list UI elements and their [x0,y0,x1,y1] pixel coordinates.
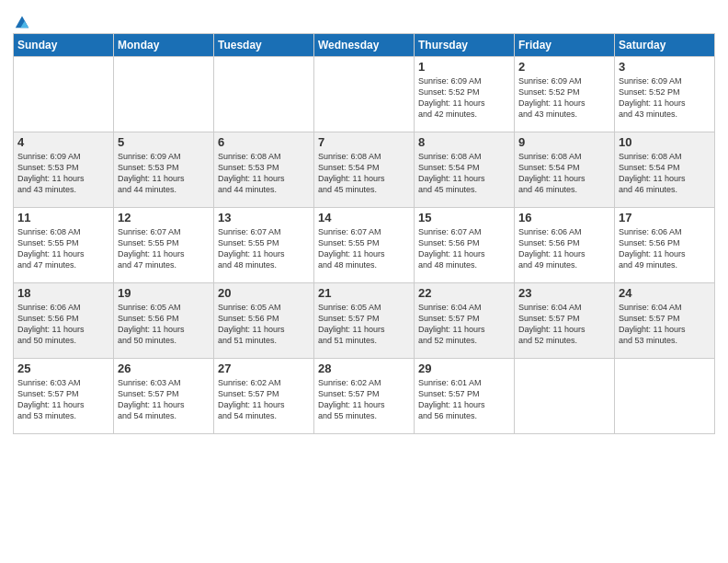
day-info: Sunrise: 6:04 AM Sunset: 5:57 PM Dayligh… [518,302,610,347]
day-info: Sunrise: 6:09 AM Sunset: 5:52 PM Dayligh… [418,75,510,121]
day-info: Sunrise: 6:06 AM Sunset: 5:56 PM Dayligh… [17,302,109,347]
day-info: Sunrise: 6:08 AM Sunset: 5:54 PM Dayligh… [318,151,410,196]
calendar-cell [214,57,314,132]
day-number: 21 [318,286,410,300]
day-info: Sunrise: 6:09 AM Sunset: 5:53 PM Dayligh… [118,151,210,196]
day-info: Sunrise: 6:08 AM Sunset: 5:55 PM Dayligh… [17,226,109,271]
day-info: Sunrise: 6:04 AM Sunset: 5:57 PM Dayligh… [619,302,711,347]
day-number: 1 [418,60,510,74]
day-number: 7 [318,135,410,149]
day-info: Sunrise: 6:05 AM Sunset: 5:57 PM Dayligh… [318,302,410,347]
calendar-cell: 9Sunrise: 6:08 AM Sunset: 5:54 PM Daylig… [515,132,615,208]
day-info: Sunrise: 6:06 AM Sunset: 5:56 PM Dayligh… [518,226,610,271]
day-number: 22 [418,286,510,300]
calendar-cell: 15Sunrise: 6:07 AM Sunset: 5:56 PM Dayli… [415,208,515,283]
col-header-wednesday: Wednesday [314,34,415,57]
day-number: 3 [619,60,711,74]
day-number: 12 [118,211,210,224]
calendar-cell [615,359,715,434]
calendar-cell: 13Sunrise: 6:07 AM Sunset: 5:55 PM Dayli… [214,208,314,283]
day-number: 14 [318,211,410,224]
day-info: Sunrise: 6:07 AM Sunset: 5:55 PM Dayligh… [318,226,410,271]
day-number: 8 [418,135,510,149]
day-number: 5 [118,135,210,149]
calendar-cell: 16Sunrise: 6:06 AM Sunset: 5:56 PM Dayli… [515,208,615,283]
calendar-cell: 14Sunrise: 6:07 AM Sunset: 5:55 PM Dayli… [314,208,415,283]
calendar-week-2: 11Sunrise: 6:08 AM Sunset: 5:55 PM Dayli… [14,208,715,283]
calendar-cell: 5Sunrise: 6:09 AM Sunset: 5:53 PM Daylig… [114,132,214,208]
calendar-cell [14,57,114,132]
calendar-cell: 26Sunrise: 6:03 AM Sunset: 5:57 PM Dayli… [114,359,214,434]
col-header-thursday: Thursday [415,34,515,57]
day-info: Sunrise: 6:08 AM Sunset: 5:54 PM Dayligh… [418,151,510,196]
calendar-cell: 18Sunrise: 6:06 AM Sunset: 5:56 PM Dayli… [14,283,114,359]
day-info: Sunrise: 6:03 AM Sunset: 5:57 PM Dayligh… [17,377,109,422]
day-number: 28 [318,362,410,375]
day-info: Sunrise: 6:08 AM Sunset: 5:53 PM Dayligh… [218,151,310,196]
day-number: 13 [218,211,310,224]
calendar-cell: 11Sunrise: 6:08 AM Sunset: 5:55 PM Dayli… [14,208,114,283]
day-info: Sunrise: 6:01 AM Sunset: 5:57 PM Dayligh… [418,377,510,422]
page-container: SundayMondayTuesdayWednesdayThursdayFrid… [0,0,728,442]
day-info: Sunrise: 6:07 AM Sunset: 5:55 PM Dayligh… [118,226,210,271]
calendar-cell: 22Sunrise: 6:04 AM Sunset: 5:57 PM Dayli… [415,283,515,359]
calendar-cell: 4Sunrise: 6:09 AM Sunset: 5:53 PM Daylig… [14,132,114,208]
col-header-friday: Friday [515,34,615,57]
calendar-cell: 23Sunrise: 6:04 AM Sunset: 5:57 PM Dayli… [515,283,615,359]
calendar-cell: 21Sunrise: 6:05 AM Sunset: 5:57 PM Dayli… [314,283,415,359]
calendar-cell: 19Sunrise: 6:05 AM Sunset: 5:56 PM Dayli… [114,283,214,359]
calendar-header-row: SundayMondayTuesdayWednesdayThursdayFrid… [14,34,715,57]
day-number: 2 [518,60,610,74]
calendar-cell: 7Sunrise: 6:08 AM Sunset: 5:54 PM Daylig… [314,132,415,208]
day-info: Sunrise: 6:06 AM Sunset: 5:56 PM Dayligh… [619,226,711,271]
day-number: 15 [418,211,510,224]
day-number: 18 [17,286,109,300]
calendar-cell: 17Sunrise: 6:06 AM Sunset: 5:56 PM Dayli… [615,208,715,283]
day-number: 11 [17,211,109,224]
day-info: Sunrise: 6:04 AM Sunset: 5:57 PM Dayligh… [418,302,510,347]
col-header-tuesday: Tuesday [214,34,314,57]
day-number: 20 [218,286,310,300]
calendar-cell: 29Sunrise: 6:01 AM Sunset: 5:57 PM Dayli… [415,359,515,434]
calendar-week-1: 4Sunrise: 6:09 AM Sunset: 5:53 PM Daylig… [14,132,715,208]
day-number: 24 [619,286,711,300]
day-info: Sunrise: 6:09 AM Sunset: 5:52 PM Dayligh… [518,75,610,121]
day-number: 6 [218,135,310,149]
logo-icon [14,13,30,29]
calendar-cell: 24Sunrise: 6:04 AM Sunset: 5:57 PM Dayli… [615,283,715,359]
col-header-monday: Monday [114,34,214,57]
day-number: 25 [17,362,109,375]
header [13,9,715,29]
day-number: 4 [17,135,109,149]
day-number: 9 [518,135,610,149]
calendar-week-0: 1Sunrise: 6:09 AM Sunset: 5:52 PM Daylig… [14,57,715,132]
col-header-sunday: Sunday [14,34,114,57]
day-info: Sunrise: 6:09 AM Sunset: 5:52 PM Dayligh… [619,75,711,121]
day-number: 16 [518,211,610,224]
calendar-cell [314,57,415,132]
day-info: Sunrise: 6:03 AM Sunset: 5:57 PM Dayligh… [118,377,210,422]
calendar-cell: 12Sunrise: 6:07 AM Sunset: 5:55 PM Dayli… [114,208,214,283]
calendar-cell: 27Sunrise: 6:02 AM Sunset: 5:57 PM Dayli… [214,359,314,434]
col-header-saturday: Saturday [615,34,715,57]
calendar-cell: 1Sunrise: 6:09 AM Sunset: 5:52 PM Daylig… [415,57,515,132]
calendar-cell: 6Sunrise: 6:08 AM Sunset: 5:53 PM Daylig… [214,132,314,208]
calendar-cell: 10Sunrise: 6:08 AM Sunset: 5:54 PM Dayli… [615,132,715,208]
calendar-table: SundayMondayTuesdayWednesdayThursdayFrid… [13,33,715,434]
day-info: Sunrise: 6:05 AM Sunset: 5:56 PM Dayligh… [218,302,310,347]
day-number: 10 [619,135,711,149]
day-info: Sunrise: 6:07 AM Sunset: 5:55 PM Dayligh… [218,226,310,271]
calendar-cell: 3Sunrise: 6:09 AM Sunset: 5:52 PM Daylig… [615,57,715,132]
day-info: Sunrise: 6:02 AM Sunset: 5:57 PM Dayligh… [218,377,310,422]
calendar-cell: 25Sunrise: 6:03 AM Sunset: 5:57 PM Dayli… [14,359,114,434]
calendar-cell: 28Sunrise: 6:02 AM Sunset: 5:57 PM Dayli… [314,359,415,434]
day-number: 27 [218,362,310,375]
day-info: Sunrise: 6:05 AM Sunset: 5:56 PM Dayligh… [118,302,210,347]
day-info: Sunrise: 6:02 AM Sunset: 5:57 PM Dayligh… [318,377,410,422]
calendar-cell [114,57,214,132]
day-number: 19 [118,286,210,300]
calendar-cell: 2Sunrise: 6:09 AM Sunset: 5:52 PM Daylig… [515,57,615,132]
day-info: Sunrise: 6:08 AM Sunset: 5:54 PM Dayligh… [619,151,711,196]
logo [13,13,30,29]
day-number: 23 [518,286,610,300]
